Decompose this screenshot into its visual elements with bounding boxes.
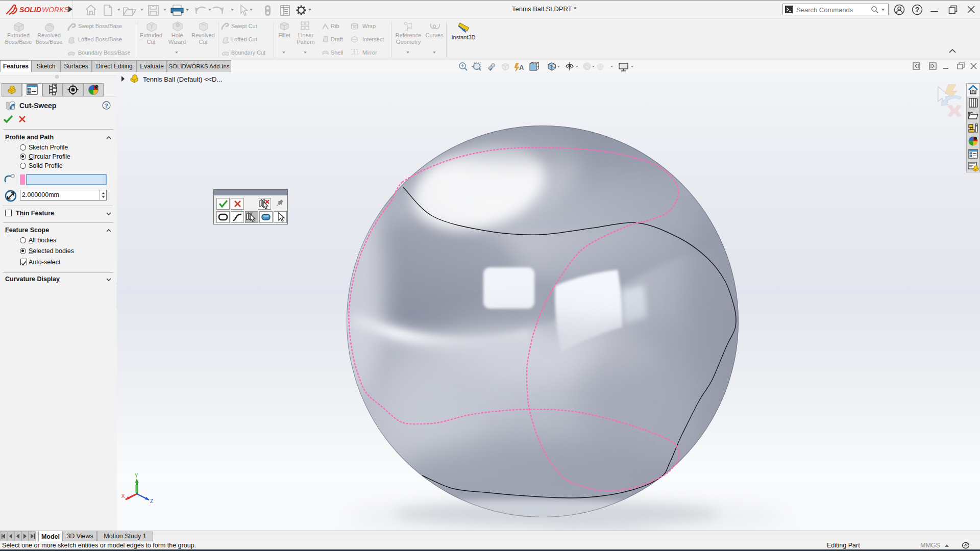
svg-text:Y: Y	[135, 473, 138, 479]
svg-text:?: ?	[915, 6, 920, 14]
svg-text:3D: 3D	[353, 26, 357, 29]
svg-text:?: ?	[105, 103, 108, 109]
svg-text:Tennis Ball (Default) <<D...: Tennis Ball (Default) <<D...	[143, 76, 222, 83]
svg-text:X: X	[121, 493, 125, 499]
svg-text:SOLID: SOLID	[19, 6, 41, 14]
svg-text:WORKS: WORKS	[42, 6, 69, 14]
svg-text:Z: Z	[150, 498, 153, 504]
svg-text:A: A	[519, 64, 524, 71]
